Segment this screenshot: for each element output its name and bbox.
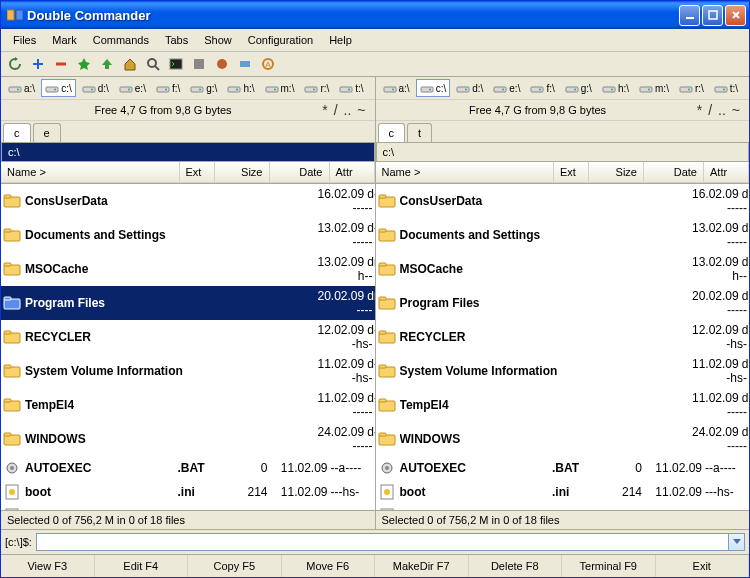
right-header-date[interactable]: Date [644,162,704,183]
right-tab-2[interactable]: t [407,123,432,142]
right-path-bar[interactable]: c:\ [376,143,750,162]
right-drive-t[interactable]: t:\ [710,79,742,97]
left-file-row[interactable]: RECYCLER12.02.09d--hs- [1,320,375,354]
right-file-row[interactable]: ConsUserData16.02.09d------ [376,184,750,218]
left-header-attr[interactable]: Attr [330,162,375,183]
right-root-button[interactable]: * [694,102,705,118]
left-root2-button[interactable]: / [331,102,341,118]
right-file-row[interactable]: System Volume Information11.02.09d--hs- [376,354,750,388]
left-file-row[interactable]: MSOCache13.02.09dr-h-- [1,252,375,286]
right-drive-a[interactable]: a:\ [379,79,414,97]
left-drive-g[interactable]: g:\ [186,79,221,97]
right-file-row[interactable]: AUTOEXEC.BAT011.02.09--a---- [376,456,750,480]
command-input[interactable] [36,533,729,551]
left-root-button[interactable]: * [319,102,330,118]
dual-panels: a:\c:\d:\e:\f:\g:\h:\m:\r:\t:\Free 4,7 G… [1,77,749,529]
right-file-row[interactable]: Documents and Settings13.02.09d------ [376,218,750,252]
right-header-name[interactable]: Name > [376,162,555,183]
star-icon[interactable] [74,54,94,74]
menu-files[interactable]: Files [6,32,43,48]
fnkey-terminal[interactable]: Terminal F9 [562,555,656,577]
maximize-button[interactable] [702,5,723,26]
right-file-row[interactable]: MSOCache13.02.09dr-h-- [376,252,750,286]
left-drive-h[interactable]: h:\ [223,79,258,97]
minimize-button[interactable] [679,5,700,26]
fnkey-copy[interactable]: Copy F5 [188,555,282,577]
left-drive-c[interactable]: c:\ [41,79,76,97]
minus-icon[interactable] [51,54,71,74]
menu-commands[interactable]: Commands [86,32,156,48]
fnkey-exit[interactable]: Exit [656,555,750,577]
right-updir-button[interactable]: .. [715,102,729,118]
menu-show[interactable]: Show [197,32,239,48]
menu-help[interactable]: Help [322,32,359,48]
left-header-date[interactable]: Date [270,162,330,183]
left-drive-r[interactable]: r:\ [300,79,333,97]
right-drive-e[interactable]: e:\ [489,79,524,97]
left-tab-2[interactable]: e [33,123,61,142]
right-file-row[interactable]: boot.ini21411.02.09---hs- [376,480,750,504]
right-drive-c[interactable]: c:\ [416,79,451,97]
command-history-dropdown[interactable] [729,533,745,551]
left-file-row[interactable]: System Volume Information11.02.09d--hs- [1,354,375,388]
left-header-name[interactable]: Name > [1,162,180,183]
right-drive-g[interactable]: g:\ [561,79,596,97]
up-arrow-icon[interactable] [97,54,117,74]
right-drive-h[interactable]: h:\ [598,79,633,97]
refresh-icon[interactable] [5,54,25,74]
right-file-list[interactable]: ConsUserData16.02.09d------Documents and… [376,184,750,510]
tool4-icon[interactable]: A [258,54,278,74]
right-drive-d[interactable]: d:\ [452,79,487,97]
left-file-row[interactable]: ConsUserData16.02.09d------ [1,184,375,218]
right-file-row[interactable]: TempEI411.02.09d------ [376,388,750,422]
right-tab-1[interactable]: c [378,123,406,142]
left-file-row[interactable]: boot.ini21411.02.09---hs- [1,480,375,504]
tool1-icon[interactable] [189,54,209,74]
left-header-size[interactable]: Size [215,162,270,183]
right-header-attr[interactable]: Attr [704,162,749,183]
home-icon[interactable] [120,54,140,74]
plus-icon[interactable] [28,54,48,74]
right-drive-f[interactable]: f:\ [526,79,558,97]
left-path-bar[interactable]: c:\ [1,143,375,162]
left-tab-1[interactable]: c [3,123,31,142]
left-header-ext[interactable]: Ext [180,162,215,183]
right-root2-button[interactable]: / [705,102,715,118]
fnkey-edit[interactable]: Edit F4 [95,555,189,577]
terminal-icon[interactable] [166,54,186,74]
left-file-row[interactable]: Documents and Settings13.02.09d------ [1,218,375,252]
menu-tabs[interactable]: Tabs [158,32,195,48]
menu-mark[interactable]: Mark [45,32,83,48]
left-file-row[interactable]: TempEI411.02.09d------ [1,388,375,422]
fnkey-delete[interactable]: Delete F8 [469,555,563,577]
titlebar[interactable]: Double Commander [1,1,749,29]
right-drive-r[interactable]: r:\ [675,79,708,97]
left-file-row[interactable]: WINDOWS24.02.09d------ [1,422,375,456]
right-drive-m[interactable]: m:\ [635,79,673,97]
fnkey-makedir[interactable]: MakeDir F7 [375,555,469,577]
left-drive-m[interactable]: m:\ [261,79,299,97]
left-file-row[interactable]: Program Files20.02.09dr----- [1,286,375,320]
menu-configuration[interactable]: Configuration [241,32,320,48]
left-updir-button[interactable]: .. [341,102,355,118]
right-file-row[interactable]: RECYCLER12.02.09d--hs- [376,320,750,354]
search-icon[interactable] [143,54,163,74]
tool3-icon[interactable] [235,54,255,74]
close-button[interactable] [725,5,746,26]
right-header-ext[interactable]: Ext [554,162,589,183]
right-home-button[interactable]: ~ [729,102,743,118]
left-home-button[interactable]: ~ [354,102,368,118]
right-file-row[interactable]: WINDOWS24.02.09d------ [376,422,750,456]
right-header-size[interactable]: Size [589,162,644,183]
fnkey-view[interactable]: View F3 [1,555,95,577]
left-file-row[interactable]: AUTOEXEC.BAT011.02.09--a---- [1,456,375,480]
right-file-row[interactable]: Program Files20.02.09d------ [376,286,750,320]
left-drive-d[interactable]: d:\ [78,79,113,97]
tool2-icon[interactable] [212,54,232,74]
left-drive-f[interactable]: f:\ [152,79,184,97]
left-file-list[interactable]: ConsUserData16.02.09d------Documents and… [1,184,375,510]
left-drive-t[interactable]: t:\ [335,79,367,97]
fnkey-move[interactable]: Move F6 [282,555,376,577]
left-drive-e[interactable]: e:\ [115,79,150,97]
left-drive-a[interactable]: a:\ [4,79,39,97]
